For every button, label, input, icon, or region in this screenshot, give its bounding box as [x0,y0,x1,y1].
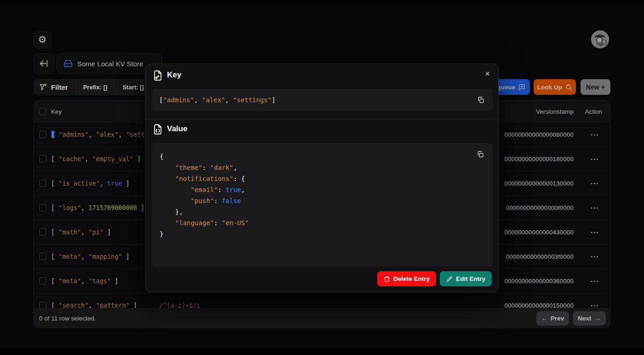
json-line: "notifications": { [160,173,249,184]
value-json-text: { "theme": "dark", "notifications": { "e… [160,151,249,239]
code-token: "notifications" [175,175,233,182]
delete-entry-label: Delete Entry [393,275,430,282]
modal-action-buttons: Delete Entry Edit Entry [377,271,492,286]
code-token: false [222,197,241,204]
key-code-box: ["admins", "alex", "settings"] [152,89,493,111]
code-token: "language" [175,219,214,227]
file-key-icon [152,70,163,81]
code-token: "admins" [163,96,194,104]
copy-icon [477,151,484,158]
value-code-box: { "theme": "dark", "notifications": { "e… [152,143,493,267]
json-line: } [160,228,249,239]
trash-icon [384,276,390,282]
json-line: }, [160,206,249,217]
code-token [160,164,175,171]
copy-value-button[interactable] [477,151,484,158]
delete-entry-button[interactable]: Delete Entry [377,271,436,286]
key-code-text: ["admins", "alex", "settings"] [159,96,276,104]
code-token: , [225,96,233,104]
close-icon[interactable]: × [485,70,490,78]
code-token [160,219,175,227]
entry-detail-modal: Key × ["admins", "alex", "settings"] Val… [145,64,499,292]
code-token: "theme" [175,164,202,171]
json-line: { [160,151,249,162]
code-token: { [160,153,163,160]
json-line: "theme": "dark", [160,162,249,173]
code-token: }, [160,208,183,215]
copy-icon [477,96,484,104]
file-json-icon [152,124,163,135]
json-line: "email": true, [160,184,249,195]
modal-key-title: Key [167,70,181,80]
code-token: : { [233,175,245,182]
code-token: "en-US" [222,219,249,227]
code-token: , [233,164,237,171]
code-token: : [214,219,222,227]
code-token: "dark" [210,164,234,171]
code-token [160,186,190,193]
code-token: : [214,197,222,204]
code-token: , [241,186,245,193]
code-token: "settings" [233,96,271,104]
code-token: true [225,186,241,193]
copy-key-button[interactable] [477,96,484,104]
code-token: "push" [190,197,214,204]
code-token: } [160,230,163,238]
code-token: "alex" [202,96,225,104]
code-token: : [218,186,225,193]
code-token: "email" [190,186,218,193]
edit-entry-button[interactable]: Edit Entry [440,271,492,286]
json-line: "push": false [160,195,249,206]
code-token [160,175,175,182]
modal-value-title: Value [167,124,187,134]
code-token: , [194,96,202,104]
code-token: ] [271,96,275,104]
json-line: "language": "en-US" [160,217,249,228]
modal-divider [146,119,498,119]
edit-entry-label: Edit Entry [456,275,485,282]
code-token: : [202,164,210,171]
pencil-icon [446,276,453,282]
kv-store-app: ⚙ Some Local KV Store [0,0,644,355]
code-token [160,197,190,204]
